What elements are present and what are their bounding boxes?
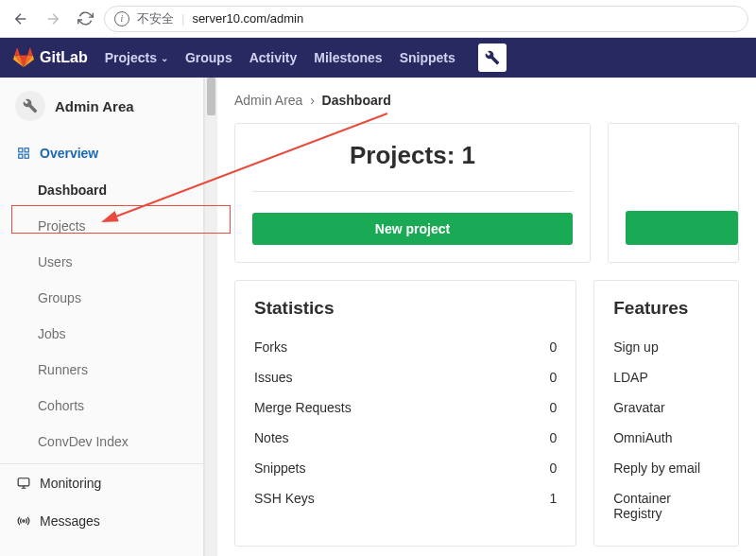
feature-row: Sign up	[613, 332, 719, 362]
stat-value: 0	[549, 339, 557, 355]
breadcrumb-root[interactable]: Admin Area	[234, 93, 302, 108]
nav-snippets[interactable]: Snippets	[400, 50, 455, 65]
workspace: Admin Area Overview Dashboard Projects U…	[0, 78, 756, 556]
svg-rect-1	[25, 148, 28, 152]
stat-row: Snippets0	[254, 453, 557, 483]
wrench-icon	[23, 98, 38, 113]
info-icon: i	[114, 11, 129, 26]
stat-value: 1	[549, 491, 557, 506]
tanuki-icon	[13, 47, 34, 68]
svg-rect-0	[19, 148, 23, 152]
sidebar-item-groups[interactable]: Groups	[0, 280, 203, 316]
svg-rect-2	[25, 154, 28, 158]
forward-button[interactable]	[40, 6, 66, 32]
nav-milestones[interactable]: Milestones	[314, 50, 382, 65]
nav-projects[interactable]: Projects ⌄	[105, 50, 168, 65]
security-label: 不安全	[137, 10, 174, 27]
admin-avatar	[15, 91, 45, 121]
sidebar-item-projects[interactable]: Projects	[0, 208, 203, 244]
stat-label: Merge Requests	[254, 400, 352, 415]
statistics-title: Statistics	[254, 298, 557, 319]
breadcrumb: Admin Area › Dashboard	[234, 78, 739, 123]
admin-wrench-button[interactable]	[478, 43, 507, 72]
stat-row: Issues0	[254, 362, 557, 392]
feature-row: OmniAuth	[613, 423, 719, 453]
stat-row: Forks0	[254, 332, 557, 362]
admin-sidebar: Admin Area Overview Dashboard Projects U…	[0, 78, 204, 556]
gitlab-logo[interactable]: GitLab	[13, 47, 88, 68]
main-content: Admin Area › Dashboard Projects: 1 New p…	[217, 78, 756, 556]
url-separator: |	[181, 11, 184, 26]
address-bar[interactable]: i 不安全 | server10.com/admin	[104, 6, 748, 32]
browser-toolbar: i 不安全 | server10.com/admin	[0, 0, 756, 38]
stat-value: 0	[549, 460, 557, 476]
sidebar-item-runners[interactable]: Runners	[0, 352, 203, 388]
features-title: Features	[613, 298, 719, 319]
stat-label: Snippets	[254, 460, 305, 476]
wrench-icon	[485, 50, 500, 65]
nav-activity[interactable]: Activity	[249, 50, 298, 65]
stat-label: Notes	[254, 430, 289, 445]
chevron-down-icon: ⌄	[161, 53, 168, 63]
brand-text: GitLab	[40, 49, 88, 66]
breadcrumb-sep: ›	[306, 93, 321, 108]
sidebar-scrollbar[interactable]	[204, 78, 217, 556]
sidebar-item-users[interactable]: Users	[0, 244, 203, 280]
stat-value: 0	[549, 430, 557, 445]
secondary-card	[608, 123, 739, 263]
url-text: server10.com/admin	[192, 11, 303, 26]
sidebar-title: Admin Area	[55, 98, 134, 114]
scrollbar-thumb[interactable]	[207, 78, 215, 115]
feature-row: Reply by email	[613, 453, 719, 483]
back-button[interactable]	[8, 6, 34, 32]
breadcrumb-current: Dashboard	[322, 93, 391, 108]
stat-row: SSH Keys1	[254, 483, 557, 513]
sidebar-item-dashboard[interactable]: Dashboard	[0, 172, 203, 208]
sidebar-monitoring[interactable]: Monitoring	[0, 463, 203, 502]
features-card: Features Sign upLDAPGravatarOmniAuthRepl…	[593, 280, 739, 547]
sidebar-messages[interactable]: Messages	[0, 502, 203, 540]
projects-count-title: Projects: 1	[252, 141, 573, 192]
svg-rect-3	[19, 154, 23, 158]
sidebar-item-jobs[interactable]: Jobs	[0, 316, 203, 352]
feature-row: Gravatar	[613, 392, 719, 423]
feature-row: Container Registry	[613, 483, 719, 529]
secondary-green-button[interactable]	[626, 211, 738, 245]
broadcast-icon	[17, 514, 30, 528]
new-project-button[interactable]: New project	[252, 213, 573, 245]
sidebar-item-cohorts[interactable]: Cohorts	[0, 388, 203, 424]
sidebar-overview[interactable]: Overview	[0, 134, 203, 172]
grid-icon	[17, 147, 30, 160]
monitor-icon	[17, 477, 30, 490]
reload-button[interactable]	[72, 6, 98, 32]
gitlab-topnav: GitLab Projects ⌄ Groups Activity Milest…	[0, 38, 756, 78]
stat-value: 0	[549, 400, 557, 415]
projects-card: Projects: 1 New project	[234, 123, 591, 263]
stat-row: Merge Requests0	[254, 392, 557, 423]
stat-row: Notes0	[254, 423, 557, 453]
svg-rect-4	[18, 478, 29, 486]
statistics-card: Statistics Forks0Issues0Merge Requests0N…	[234, 280, 576, 547]
feature-row: LDAP	[613, 362, 719, 392]
stat-value: 0	[549, 370, 557, 385]
stat-label: SSH Keys	[254, 491, 315, 506]
sidebar-item-convdev[interactable]: ConvDev Index	[0, 424, 203, 460]
stat-label: Forks	[254, 339, 287, 355]
stat-label: Issues	[254, 370, 292, 385]
svg-point-5	[23, 520, 25, 522]
nav-groups[interactable]: Groups	[185, 50, 232, 65]
sidebar-header: Admin Area	[0, 78, 203, 134]
